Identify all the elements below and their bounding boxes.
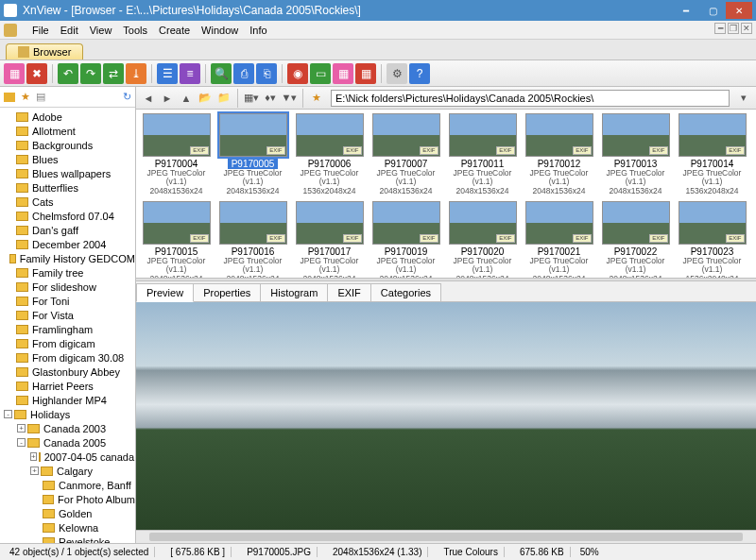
thumbnail[interactable]: P9170016JPEG TrueColor (v1.1)2048x1536x2… xyxy=(216,201,289,278)
open-folder-icon[interactable]: 📂 xyxy=(197,90,214,107)
tree-item[interactable]: For Vista xyxy=(0,308,135,322)
mdi-minimize-button[interactable]: ━ xyxy=(714,23,726,34)
tree-item[interactable]: +2007-04-05 canada 20 xyxy=(0,450,135,464)
menu-info[interactable]: Info xyxy=(249,25,266,36)
tree-item[interactable]: Chelmsford 07.04 xyxy=(0,209,135,223)
tree-item[interactable]: Harriet Peers xyxy=(0,379,135,393)
tree-item[interactable]: Canmore, Banff xyxy=(0,478,135,492)
up-icon[interactable]: ▲ xyxy=(178,90,195,107)
tree-item[interactable]: -Holidays xyxy=(0,407,135,421)
thumbnail[interactable]: P9170006JPEG TrueColor (v1.1)1536x2048x2… xyxy=(293,113,366,195)
refresh-icon[interactable]: ↻ xyxy=(123,91,131,103)
tree-item[interactable]: Revelstoke xyxy=(0,535,135,543)
batch-icon[interactable]: ⤓ xyxy=(126,63,146,84)
tree-item[interactable]: Dan's gaff xyxy=(0,223,135,237)
menu-view[interactable]: View xyxy=(90,25,112,36)
tree-item[interactable]: Family tree xyxy=(0,265,135,280)
print-icon[interactable]: ⎙ xyxy=(233,63,254,84)
thumbnail[interactable]: P9170014JPEG TrueColor (v1.1)1536x2048x2… xyxy=(676,113,748,195)
thumbnail[interactable]: P9170019JPEG TrueColor (v1.1)2048x1536x2… xyxy=(369,201,442,278)
tree-item[interactable]: Framlingham xyxy=(0,322,135,336)
scan-icon[interactable]: ⎗ xyxy=(256,63,277,84)
web-icon[interactable]: ▦ xyxy=(333,63,353,84)
slideshow-icon[interactable]: ✖ xyxy=(26,63,47,84)
new-folder-icon[interactable]: 📁 xyxy=(215,90,232,107)
tree-item[interactable]: Cats xyxy=(0,195,135,209)
tree-item[interactable]: +Canada 2003 xyxy=(0,421,135,435)
tree-item[interactable]: December 2004 xyxy=(0,237,135,251)
tree-item[interactable]: From digicam xyxy=(0,336,135,350)
favorite-icon[interactable]: ★ xyxy=(21,91,30,103)
thumbnail[interactable]: P9170023JPEG TrueColor (v1.1)1536x2048x2… xyxy=(676,201,748,278)
fullscreen-icon[interactable]: ▦ xyxy=(4,63,25,84)
sort-icon[interactable]: ♦▾ xyxy=(262,90,279,107)
thumbnail[interactable]: P9170017JPEG TrueColor (v1.1)2048x1536x2… xyxy=(293,201,366,278)
horizontal-scrollbar[interactable] xyxy=(136,530,756,543)
thumbnail[interactable]: P9170015JPEG TrueColor (v1.1)2048x1536x2… xyxy=(140,201,213,278)
tree-item[interactable]: From digicam 30.08 xyxy=(0,350,135,365)
tree-item[interactable]: Allotment xyxy=(0,124,135,138)
tree-item[interactable]: Golden xyxy=(0,506,135,520)
back-icon[interactable]: ◄ xyxy=(140,90,157,107)
tab-histogram[interactable]: Histogram xyxy=(260,283,328,301)
menu-window[interactable]: Window xyxy=(201,25,238,36)
view-details-icon[interactable]: ≡ xyxy=(180,63,200,84)
screen-icon[interactable]: ▭ xyxy=(310,63,331,84)
tab-categories[interactable]: Categories xyxy=(370,283,441,301)
tree-item[interactable]: -Canada 2005 xyxy=(0,435,135,450)
tree-item[interactable]: Highlander MP4 xyxy=(0,393,135,407)
tree-item[interactable]: For Photo Album xyxy=(0,492,135,506)
tree-item[interactable]: For slideshow xyxy=(0,280,135,294)
tree-item[interactable]: Blues xyxy=(0,152,135,166)
thumbnail[interactable]: P9170021JPEG TrueColor (v1.1)2048x1536x2… xyxy=(523,201,595,278)
path-dropdown-icon[interactable]: ▾ xyxy=(735,90,752,107)
drive-icon[interactable]: ▤ xyxy=(36,91,45,103)
folder-tree[interactable]: AdobeAllotmentBackgroundsBluesBlues wall… xyxy=(0,108,135,543)
thumbnail[interactable]: P9170020JPEG TrueColor (v1.1)2048x1536x2… xyxy=(446,201,519,278)
tree-item[interactable]: For Toni xyxy=(0,294,135,308)
menu-create[interactable]: Create xyxy=(159,25,190,36)
rotate-right-icon[interactable]: ↷ xyxy=(80,63,101,84)
menu-tools[interactable]: Tools xyxy=(123,25,147,36)
rotate-left-icon[interactable]: ↶ xyxy=(58,63,78,84)
close-button[interactable]: ✕ xyxy=(726,2,752,19)
search-icon[interactable]: 🔍 xyxy=(211,63,232,84)
tree-item[interactable]: Butterflies xyxy=(0,180,135,195)
menu-file[interactable]: File xyxy=(32,25,49,36)
tab-properties[interactable]: Properties xyxy=(193,283,261,301)
tab-browser[interactable]: Browser xyxy=(6,43,83,59)
tree-item[interactable]: Glastonbury Abbey xyxy=(0,365,135,379)
thumbnail[interactable]: P9170005JPEG TrueColor (v1.1)2048x1536x2… xyxy=(216,113,289,195)
thumbnail[interactable]: P9170007JPEG TrueColor (v1.1)2048x1536x2… xyxy=(369,113,442,195)
thumbnail[interactable]: P9170011JPEG TrueColor (v1.1)2048x1536x2… xyxy=(446,113,519,195)
view-list-icon[interactable]: ☰ xyxy=(157,63,178,84)
settings-icon[interactable]: ⚙ xyxy=(387,63,407,84)
maximize-button[interactable]: ▢ xyxy=(699,2,726,19)
view-mode-icon[interactable]: ▦▾ xyxy=(243,90,260,107)
filter-icon[interactable]: ▼▾ xyxy=(281,90,298,107)
tab-exif[interactable]: EXIF xyxy=(327,283,370,301)
tree-item[interactable]: Family History GEDCOM xyxy=(0,251,135,265)
forward-icon[interactable]: ► xyxy=(159,90,176,107)
tree-item[interactable]: Adobe xyxy=(0,110,135,124)
camera-icon[interactable]: ◉ xyxy=(287,63,308,84)
thumbnail[interactable]: P9170004JPEG TrueColor (v1.1)2048x1536x2… xyxy=(140,113,213,195)
preview-image[interactable] xyxy=(136,302,756,530)
menu-edit[interactable]: Edit xyxy=(60,25,78,36)
thumbnail[interactable]: P9170012JPEG TrueColor (v1.1)2048x1536x2… xyxy=(523,113,595,195)
tree-item[interactable]: +Calgary xyxy=(0,464,135,478)
convert-icon[interactable]: ⇄ xyxy=(103,63,124,84)
path-field[interactable]: E:\Nick folders\Pictures\Holidays\Canada… xyxy=(331,90,730,107)
thumbnail[interactable]: P9170022JPEG TrueColor (v1.1)2048x1536x2… xyxy=(599,201,672,278)
tree-item[interactable]: Kelowna xyxy=(0,520,135,535)
mdi-close-button[interactable]: ✕ xyxy=(741,23,752,34)
help-icon[interactable]: ? xyxy=(409,63,430,84)
thumbnail-grid[interactable]: P9170004JPEG TrueColor (v1.1)2048x1536x2… xyxy=(136,110,756,278)
minimize-button[interactable]: ━ xyxy=(673,2,699,19)
tab-preview[interactable]: Preview xyxy=(136,283,194,302)
mdi-restore-button[interactable]: ❐ xyxy=(728,23,739,34)
tree-item[interactable]: Backgrounds xyxy=(0,138,135,152)
tag-icon[interactable]: ★ xyxy=(308,90,325,107)
tree-item[interactable]: Blues wallpapers xyxy=(0,166,135,180)
contact-icon[interactable]: ▦ xyxy=(355,63,376,84)
